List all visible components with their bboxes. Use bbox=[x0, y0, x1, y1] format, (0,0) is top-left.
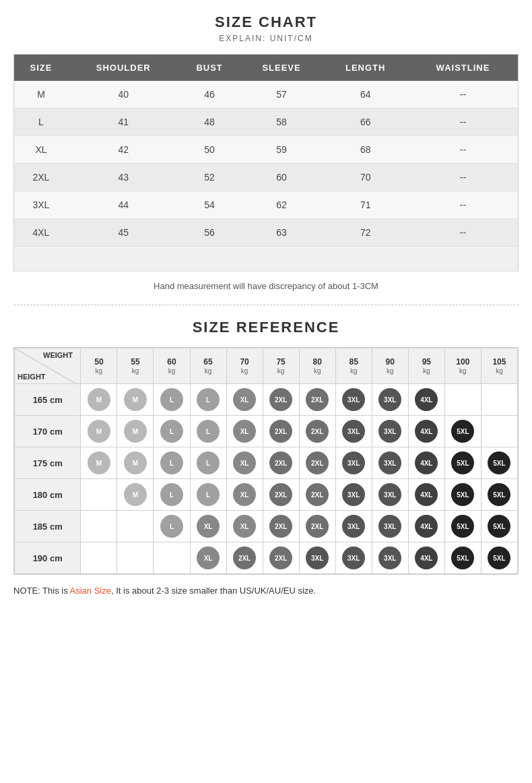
size-badge: XL bbox=[233, 451, 256, 474]
size-reference-cell: 5XL bbox=[481, 447, 517, 479]
height-cell: 170 cm bbox=[15, 416, 81, 447]
size-table-cell: 60 bbox=[240, 164, 323, 191]
size-table-cell: 64 bbox=[323, 81, 408, 108]
size-badge: 2XL bbox=[306, 483, 329, 506]
size-reference-cell: 3XL bbox=[299, 542, 335, 574]
size-reference-cell bbox=[481, 416, 517, 447]
size-badge: 3XL bbox=[378, 420, 401, 443]
weight-col-header: 95kg bbox=[408, 348, 444, 384]
size-badge: 5XL bbox=[488, 546, 510, 569]
size-reference-cell bbox=[481, 384, 517, 416]
weight-col-header: 70kg bbox=[226, 348, 263, 384]
size-badge: L bbox=[160, 451, 183, 474]
size-reference-cell: XL bbox=[226, 447, 263, 479]
size-reference-cell: L bbox=[190, 384, 226, 416]
size-badge: 4XL bbox=[415, 451, 438, 474]
size-badge: M bbox=[124, 483, 147, 506]
size-table-cell: -- bbox=[408, 136, 519, 164]
size-badge: 2XL bbox=[306, 515, 329, 538]
size-reference-cell: 3XL bbox=[335, 479, 372, 511]
size-badge: M bbox=[124, 420, 147, 443]
size-table-cell: L bbox=[14, 108, 68, 136]
size-reference-cell bbox=[117, 511, 154, 542]
size-badge: 2XL bbox=[269, 420, 292, 443]
size-reference-cell: 3XL bbox=[372, 542, 408, 574]
size-reference-cell: L bbox=[154, 384, 190, 416]
size-badge: M bbox=[88, 388, 110, 411]
size-reference-cell: 4XL bbox=[408, 542, 444, 574]
size-badge: M bbox=[124, 451, 147, 474]
size-chart-table: SIZESHOULDERBUSTSLEEVELENGTHWAISTLINE M4… bbox=[13, 54, 519, 272]
reference-row: 190 cmXL2XL2XL3XL3XL3XL4XL5XL5XL bbox=[15, 542, 518, 574]
size-reference-cell: M bbox=[117, 416, 154, 447]
size-badge: 3XL bbox=[306, 546, 329, 569]
size-reference-cell bbox=[117, 542, 154, 574]
reference-table: WEIGHT HEIGHT 50kg55kg60kg65kg70kg75kg80… bbox=[14, 348, 518, 574]
size-chart-subtitle: EXPLAIN: UNIT/CM bbox=[13, 34, 519, 43]
size-table-col-header: SLEEVE bbox=[240, 55, 323, 82]
size-table-cell: 43 bbox=[68, 164, 179, 191]
size-badge: L bbox=[197, 420, 220, 443]
size-table-cell: 45 bbox=[68, 219, 179, 247]
size-reference-cell: L bbox=[154, 479, 190, 511]
size-table-cell: 58 bbox=[240, 108, 323, 136]
size-badge: L bbox=[160, 388, 183, 411]
size-badge: 2XL bbox=[269, 515, 292, 538]
size-table-row: L41485866-- bbox=[14, 108, 519, 136]
size-reference-cell: 5XL bbox=[444, 447, 481, 479]
height-cell: 185 cm bbox=[15, 511, 81, 542]
size-table-cell: XL bbox=[14, 136, 68, 164]
size-table-cell: 71 bbox=[323, 191, 408, 219]
size-badge: 2XL bbox=[269, 451, 292, 474]
size-reference-cell: L bbox=[154, 416, 190, 447]
size-reference-cell: 3XL bbox=[335, 447, 372, 479]
size-badge: 4XL bbox=[415, 483, 438, 506]
size-reference-cell: 3XL bbox=[372, 447, 408, 479]
size-chart-section: SIZE CHART EXPLAIN: UNIT/CM SIZESHOULDER… bbox=[13, 13, 519, 291]
measurement-disclaimer: Hand measurement will have discrepancy o… bbox=[13, 281, 519, 291]
size-reference-cell: 2XL bbox=[226, 542, 263, 574]
size-reference-cell: 5XL bbox=[444, 542, 481, 574]
size-reference-cell: 2XL bbox=[263, 479, 299, 511]
size-reference-cell: 5XL bbox=[444, 416, 481, 447]
size-badge: 3XL bbox=[342, 483, 365, 506]
size-table-cell-empty bbox=[68, 247, 179, 272]
size-reference-cell: 3XL bbox=[335, 542, 372, 574]
size-table-header: SIZESHOULDERBUSTSLEEVELENGTHWAISTLINE bbox=[14, 55, 519, 82]
size-note: NOTE: This is Asian Size, It is about 2-… bbox=[13, 586, 519, 596]
size-reference-cell: 2XL bbox=[263, 416, 299, 447]
size-table-row: 4XL45566372-- bbox=[14, 219, 519, 247]
size-badge: 3XL bbox=[378, 483, 401, 506]
size-badge: XL bbox=[197, 515, 220, 538]
size-badge: 4XL bbox=[415, 420, 438, 443]
size-reference-cell: 3XL bbox=[335, 384, 372, 416]
size-badge: 2XL bbox=[306, 420, 329, 443]
size-badge: L bbox=[197, 388, 220, 411]
weight-col-header: 75kg bbox=[263, 348, 299, 384]
size-reference-cell: 4XL bbox=[408, 416, 444, 447]
size-table-cell: -- bbox=[408, 191, 519, 219]
size-table-cell: 2XL bbox=[14, 164, 68, 191]
size-reference-cell: XL bbox=[226, 384, 263, 416]
size-reference-cell: 5XL bbox=[481, 511, 517, 542]
size-reference-cell: M bbox=[81, 384, 117, 416]
size-reference-cell: M bbox=[117, 479, 154, 511]
size-table-row: M40465764-- bbox=[14, 81, 519, 108]
size-badge: 5XL bbox=[451, 451, 474, 474]
weight-col-header: 85kg bbox=[335, 348, 372, 384]
weight-col-header: 50kg bbox=[81, 348, 117, 384]
ref-header-diagonal: WEIGHT HEIGHT bbox=[15, 348, 81, 384]
size-reference-cell: 2XL bbox=[263, 511, 299, 542]
size-badge: 4XL bbox=[415, 388, 438, 411]
size-badge: M bbox=[124, 388, 147, 411]
size-table-cell: 52 bbox=[179, 164, 240, 191]
size-badge: 4XL bbox=[415, 546, 438, 569]
size-reference-cell bbox=[81, 479, 117, 511]
size-reference-cell: 2XL bbox=[263, 384, 299, 416]
size-table-col-header: WAISTLINE bbox=[408, 55, 519, 82]
size-chart-title: SIZE CHART bbox=[13, 13, 519, 31]
size-reference-cell: 2XL bbox=[299, 479, 335, 511]
weight-col-header: 105kg bbox=[481, 348, 517, 384]
size-table-cell: 72 bbox=[323, 219, 408, 247]
size-reference-cell: 3XL bbox=[372, 416, 408, 447]
